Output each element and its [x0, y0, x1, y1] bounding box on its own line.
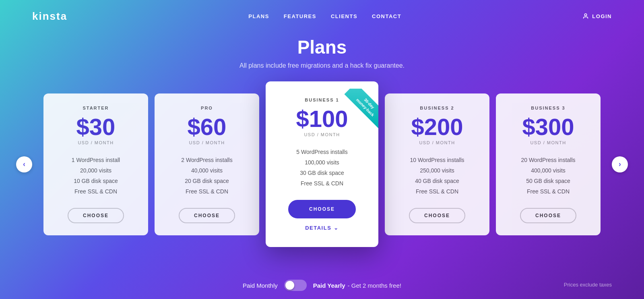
feature-item: 20 WordPress installs — [506, 155, 591, 165]
choose-pro-button[interactable]: CHOOSE — [179, 208, 235, 223]
choose-business2-button[interactable]: CHOOSE — [409, 208, 465, 223]
promo-label: - Get 2 months free! — [348, 282, 401, 289]
plan-name-starter: STARTER — [53, 106, 138, 110]
taxes-note: Prices exclude taxes — [564, 282, 612, 288]
plans-container: STARTER $30 USD / MONTH 1 WordPress inst… — [32, 81, 612, 247]
logo[interactable]: kinsta — [32, 10, 67, 23]
login-button[interactable]: LOGIN — [582, 13, 612, 19]
feature-item: 50 GB disk space — [506, 176, 591, 186]
billing-toggle-section: Paid Monthly Paid Yearly - Get 2 months … — [243, 280, 401, 291]
plan-price-business2: $200 — [394, 115, 480, 139]
feature-item: 1 WordPress install — [53, 155, 138, 165]
carousel-prev-button[interactable]: ‹ — [16, 156, 32, 172]
feature-item: Free SSL & CDN — [53, 186, 138, 197]
plan-features-pro: 2 WordPress installs 40,000 visits 20 GB… — [164, 155, 250, 197]
plan-card-business2: BUSINESS 2 $200 USD / MONTH 10 WordPress… — [385, 93, 489, 235]
feature-item: 10 WordPress installs — [394, 155, 480, 165]
nav-clients[interactable]: CLIENTS — [331, 13, 357, 19]
plan-name-business2: BUSINESS 2 — [394, 106, 480, 110]
user-icon — [582, 13, 589, 19]
feature-item: 40,000 visits — [164, 165, 250, 176]
plan-period-business2: USD / MONTH — [394, 140, 480, 145]
chevron-down-icon: ⌄ — [334, 225, 339, 231]
feature-item: 5 WordPress installs — [275, 147, 369, 157]
page-subtitle: All plans include free migrations and a … — [0, 62, 644, 69]
plans-section: ‹ STARTER $30 USD / MONTH 1 WordPress in… — [0, 81, 644, 247]
feature-item: Free SSL & CDN — [506, 186, 591, 197]
plan-name-pro: PRO — [164, 106, 250, 110]
feature-item: Free SSL & CDN — [394, 186, 480, 197]
plan-name-business3: BUSINESS 3 — [506, 106, 591, 110]
toggle-knob — [285, 281, 294, 290]
choose-business1-button[interactable]: CHOOSE — [288, 200, 356, 218]
plan-price-starter: $30 — [53, 115, 138, 139]
feature-item: Free SSL & CDN — [275, 178, 369, 189]
plan-name-business1: BUSINESS 1 — [275, 98, 369, 102]
navbar: kinsta PLANS FEATURES CLIENTS CONTACT LO… — [0, 0, 644, 32]
plan-price-business1: $100 — [275, 107, 369, 131]
plan-price-business3: $300 — [506, 115, 591, 139]
feature-item: 30 GB disk space — [275, 168, 369, 178]
nav-links: PLANS FEATURES CLIENTS CONTACT — [248, 12, 401, 20]
plan-card-business1: 30-daymoney-back BUSINESS 1 $100 USD / M… — [266, 81, 378, 247]
plan-features-business1: 5 WordPress installs 100,000 visits 30 G… — [275, 147, 369, 189]
plan-card-pro: PRO $60 USD / MONTH 2 WordPress installs… — [155, 93, 259, 235]
feature-item: 250,000 visits — [394, 165, 480, 176]
feature-item: 400,000 visits — [506, 165, 591, 176]
feature-item: 40 GB disk space — [394, 176, 480, 186]
plan-features-business3: 20 WordPress installs 400,000 visits 50 … — [506, 155, 591, 197]
plan-price-pro: $60 — [164, 115, 250, 139]
plan-period-pro: USD / MONTH — [164, 140, 250, 145]
plan-period-business1: USD / MONTH — [275, 132, 369, 137]
carousel-next-button[interactable]: › — [612, 156, 628, 172]
page-header: Plans All plans include free migrations … — [0, 32, 644, 81]
details-link[interactable]: DETAILS ⌄ — [275, 225, 369, 231]
feature-item: 100,000 visits — [275, 157, 369, 168]
choose-starter-button[interactable]: CHOOSE — [68, 208, 124, 223]
feature-item: 2 WordPress installs — [164, 155, 250, 165]
yearly-label: Paid Yearly — [313, 282, 345, 289]
choose-business3-button[interactable]: CHOOSE — [520, 208, 576, 223]
plan-card-business3: BUSINESS 3 $300 USD / MONTH 20 WordPress… — [496, 93, 601, 235]
plan-card-starter: STARTER $30 USD / MONTH 1 WordPress inst… — [43, 93, 148, 235]
billing-toggle-switch[interactable] — [284, 280, 307, 291]
feature-item: 20 GB disk space — [164, 176, 250, 186]
feature-item: Free SSL & CDN — [164, 186, 250, 197]
nav-features[interactable]: FEATURES — [284, 13, 316, 19]
page-title: Plans — [0, 36, 644, 58]
yearly-billing: Paid Yearly - Get 2 months free! — [313, 282, 401, 289]
monthly-label: Paid Monthly — [243, 282, 278, 289]
plan-period-starter: USD / MONTH — [53, 140, 138, 145]
feature-item: 20,000 visits — [53, 165, 138, 176]
plan-features-business2: 10 WordPress installs 250,000 visits 40 … — [394, 155, 480, 197]
nav-plans[interactable]: PLANS — [248, 13, 269, 19]
plan-period-business3: USD / MONTH — [506, 140, 591, 145]
svg-point-0 — [585, 14, 587, 16]
feature-item: 10 GB disk space — [53, 176, 138, 186]
nav-contact[interactable]: CONTACT — [372, 13, 401, 19]
plan-features-starter: 1 WordPress install 20,000 visits 10 GB … — [53, 155, 138, 197]
